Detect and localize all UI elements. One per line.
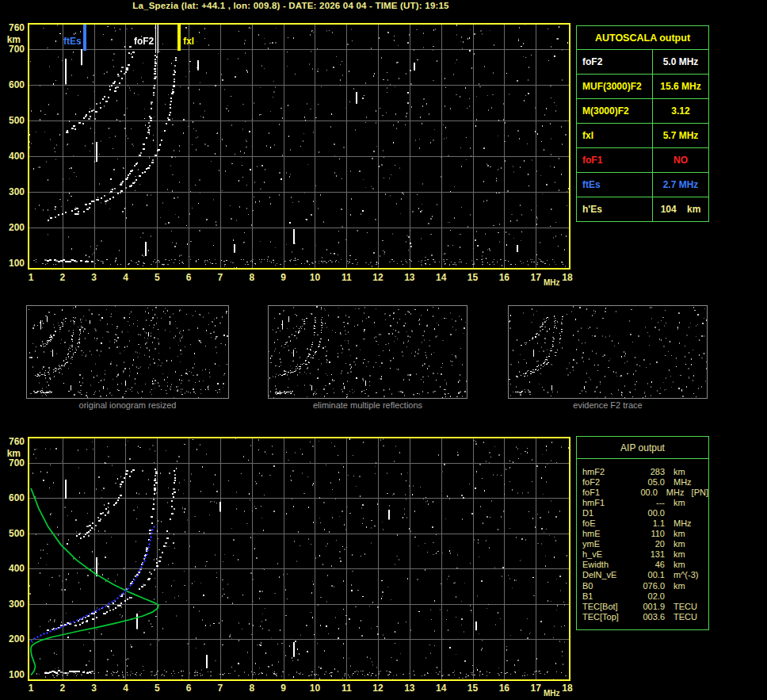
autoscala-row-value: NO [653, 148, 708, 172]
aip-table-row: TEC[Bot]001.9TECU [577, 601, 708, 611]
autoscala-table-row: ftEs2.7 MHz [577, 173, 708, 197]
thumbnail-evidence-f2-trace [508, 305, 708, 399]
y-tick-label: 700 [0, 44, 25, 55]
aip-row-value: 00.1 [632, 570, 665, 580]
x-tick-label: 11 [336, 272, 357, 283]
aip-row-value: 003.6 [632, 612, 665, 622]
aip-row-unit: km [674, 498, 685, 507]
aip-row-label: hmF1 [582, 498, 632, 507]
aip-table-row: TEC[Top]003.6TECU [577, 611, 708, 622]
y-tick-label: 100 [0, 258, 25, 269]
x-tick-label: 13 [399, 683, 420, 694]
x-tick-label: 4 [115, 272, 135, 283]
x-tick-label: 13 [399, 272, 420, 283]
autoscala-row-label: h'Es [577, 197, 653, 221]
aip-row-unit: MHz [674, 477, 692, 487]
x-tick-label: 9 [273, 683, 294, 694]
aip-table-row: hmF2283km [577, 466, 708, 476]
marker-label-ftes: ftEs [63, 36, 82, 47]
aip-row-value: --- [632, 498, 665, 507]
x-tick-label: 1 [21, 272, 41, 283]
x-tick-label: 2 [52, 272, 73, 283]
main-ionogram-canvas [29, 25, 569, 268]
thumbnail-original-ionogram [26, 305, 229, 399]
y-tick-label: 300 [0, 599, 25, 610]
x-tick-label: 14 [431, 683, 452, 694]
aip-ionogram-plot [28, 437, 570, 681]
x-tick-label: 10 [304, 272, 325, 283]
aip-table-row: foE1.1MHz [577, 518, 708, 528]
aip-row-value: 110 [632, 529, 665, 538]
aip-table-row: DelN_vE00.1m^(-3) [577, 570, 708, 580]
x-tick-label: 1 [21, 683, 41, 694]
autoscala-table-row: h'Es104 km [577, 197, 708, 221]
autoscala-row-label: M(3000)F2 [577, 99, 653, 123]
aip-row-label: hmE [582, 529, 632, 538]
y-tick-label: 500 [0, 528, 25, 539]
aip-row-unit: km [674, 581, 685, 591]
aip-row-value: 00.0 [632, 508, 665, 518]
aip-row-value: 131 [632, 549, 665, 559]
aip-row-label: B0 [582, 581, 632, 591]
thumbnail-caption: eliminate multiple reflections [268, 400, 467, 410]
x-tick-label: 3 [84, 272, 105, 283]
aip-row-label: ymE [582, 539, 632, 549]
aip-row-label: TEC[Bot] [582, 602, 632, 611]
thumbnail-caption: original ionogram resized [26, 400, 229, 410]
autoscala-table-row: M(3000)F23.12 [577, 99, 708, 124]
autoscala-table-row: foF1NO [577, 148, 708, 173]
thumbnail-evidence-canvas [509, 306, 707, 398]
aip-table-header: AIP output [577, 437, 708, 459]
aip-row-label: TEC[Top] [582, 612, 632, 622]
x-tick-label: 18 [557, 272, 578, 283]
x-tick-label: 10 [304, 683, 325, 694]
aip-row-value: 001.9 [632, 602, 665, 611]
marker-label-fof2: foF2 [134, 36, 154, 47]
aip-row-value: 283 [632, 467, 665, 476]
y-tick-label: 400 [0, 563, 25, 574]
aip-ionogram-canvas [29, 438, 569, 679]
x-tick-label: 18 [557, 683, 578, 694]
aip-row-unit: TECU [674, 612, 697, 622]
x-axis-unit: MHz [544, 689, 560, 698]
aip-row-unit: km [674, 539, 685, 549]
aip-row-label: hmF2 [582, 467, 632, 476]
x-tick-label: 14 [431, 272, 452, 283]
x-tick-label: 8 [242, 272, 262, 283]
aip-row-value: 076.0 [632, 581, 665, 591]
autoscala-table-rows: foF25.0 MHzMUF(3000)F215.6 MHzM(3000)F23… [577, 50, 708, 221]
autoscala-row-label: foF1 [577, 148, 653, 172]
thumbnail-original-canvas [27, 306, 228, 398]
x-tick-label: 16 [494, 272, 514, 283]
x-tick-label: 12 [368, 272, 388, 283]
aip-table-row: hmE110km [577, 529, 708, 539]
aip-output-table: AIP output hmF2283kmfoF205.0MHzfoF100.0M… [576, 436, 709, 630]
main-ionogram-plot [28, 23, 570, 270]
thumbnail-eliminate-canvas [269, 306, 467, 398]
aip-row-unit: km [674, 560, 685, 569]
aip-table-row: D100.0 [577, 507, 708, 518]
autoscala-row-value: 3.12 [653, 99, 708, 123]
x-tick-label: 4 [115, 683, 135, 694]
aip-table-row: Ewidth46km [577, 560, 708, 570]
x-tick-label: 6 [178, 683, 199, 694]
aip-table-row: hmF1---km [577, 497, 708, 507]
aip-row-label: D1 [582, 508, 632, 518]
aip-row-value: 1.1 [632, 518, 665, 528]
aip-row-label: foE [582, 518, 632, 528]
aip-row-label: foF1 [582, 488, 628, 497]
autoscala-row-label: foF2 [577, 50, 653, 74]
aip-table-row: h_vE131km [577, 549, 708, 560]
x-tick-label: 2 [52, 683, 73, 694]
y-tick-label: 400 [0, 151, 25, 162]
x-tick-label: 16 [494, 683, 514, 694]
aip-table-row: ymE20km [577, 539, 708, 549]
autoscala-screen: La_Spezia (lat: +44.1 , lon: 009.8) - DA… [0, 0, 767, 700]
marker-label-fxi: fxI [183, 36, 194, 47]
x-tick-label: 5 [147, 683, 167, 694]
aip-table-row: B102.0 [577, 591, 708, 601]
aip-row-label: h_vE [582, 549, 632, 559]
aip-row-unit: km [674, 549, 685, 559]
aip-row-unit: MHz [PN] [666, 488, 708, 497]
x-tick-label: 7 [210, 272, 231, 283]
